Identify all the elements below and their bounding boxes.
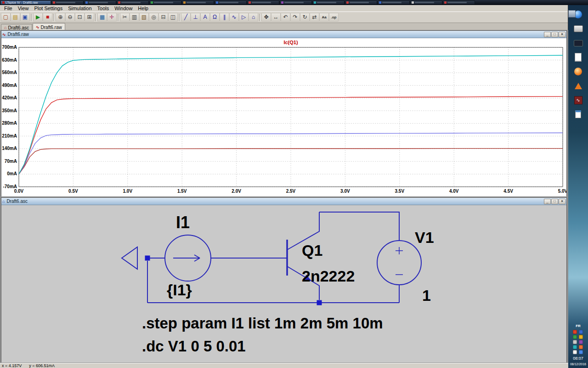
- x-tick-label: 2.0V: [232, 189, 241, 194]
- menu-help[interactable]: Help: [135, 6, 151, 12]
- tray-icon-1[interactable]: [573, 330, 577, 334]
- ground-button[interactable]: ⊥: [191, 13, 200, 22]
- save-button[interactable]: ▣: [20, 13, 30, 22]
- open-file-button[interactable]: ▤: [11, 13, 20, 22]
- zoom-out-button[interactable]: ⊖: [65, 13, 75, 22]
- spice-directive-button[interactable]: .op: [329, 13, 339, 22]
- document-icon-glyph: [575, 53, 582, 62]
- diode-button[interactable]: ▷: [239, 13, 249, 22]
- taskbar-button-active[interactable]: LTspice IV - Draft6.raw: [0, 0, 51, 5]
- menu-plot-settings[interactable]: Plot Settings: [31, 6, 65, 12]
- taskbar-button-11[interactable]: [345, 0, 377, 5]
- tray-icon-10[interactable]: [579, 350, 583, 354]
- net-label-button[interactable]: A: [200, 13, 210, 22]
- clock-date[interactable]: 08/12/2016: [570, 362, 586, 366]
- tray-icon-3[interactable]: [573, 335, 577, 339]
- label-q1-model[interactable]: 2n2222: [302, 267, 355, 285]
- label-i1-name[interactable]: I1: [176, 213, 190, 232]
- rotate-button[interactable]: ↻: [300, 13, 310, 22]
- taskbar-button-10[interactable]: [312, 0, 345, 5]
- wire[interactable]: [319, 212, 399, 241]
- taskbar-button-12[interactable]: [378, 0, 410, 5]
- firefox-icon-glyph: [574, 68, 582, 75]
- close-button[interactable]: ✕: [559, 199, 565, 204]
- taskbar-button-6[interactable]: [182, 0, 214, 5]
- tray-icon-7[interactable]: [573, 345, 577, 349]
- label-v1-value[interactable]: 1: [422, 287, 431, 304]
- drag-button[interactable]: ↔: [271, 13, 281, 22]
- zoom-area-button[interactable]: ⊡: [75, 13, 85, 22]
- notepad-icon[interactable]: [568, 107, 588, 121]
- ltspice-icon[interactable]: [568, 93, 588, 107]
- menu-view[interactable]: View: [15, 6, 32, 12]
- taskbar-button-9[interactable]: [280, 0, 312, 5]
- find-button[interactable]: ◎: [149, 13, 158, 22]
- cut-button[interactable]: ✂: [120, 13, 130, 22]
- spice-directive-dc[interactable]: .dc V1 0 5 0.01: [142, 338, 246, 355]
- tray-icons: [573, 330, 584, 354]
- y-tick-label: 0mA: [7, 171, 17, 176]
- maximize-button[interactable]: □: [551, 32, 558, 37]
- resistor-button[interactable]: Ω: [210, 13, 220, 22]
- paste-button[interactable]: ▧: [139, 13, 149, 22]
- taskbar-button-4[interactable]: [117, 0, 149, 5]
- app-icon[interactable]: [568, 121, 588, 136]
- capacitor-button[interactable]: ∥: [220, 13, 229, 22]
- mark-datapoint-button[interactable]: ✛: [107, 13, 117, 22]
- taskbar-button-5[interactable]: [149, 0, 181, 5]
- menu-simulation[interactable]: Simulation: [65, 6, 94, 12]
- mirror-button[interactable]: ⇄: [310, 13, 319, 22]
- menu-file[interactable]: File: [1, 6, 15, 12]
- trace-I1=5m: [19, 97, 563, 174]
- cassette-icon[interactable]: [568, 36, 588, 50]
- print-preview-button[interactable]: ◫: [168, 13, 178, 22]
- language-indicator[interactable]: FR: [576, 324, 581, 328]
- menu-tools[interactable]: Tools: [95, 6, 112, 12]
- taskbar-button-7[interactable]: [215, 0, 247, 5]
- label-q1-name[interactable]: Q1: [302, 242, 322, 259]
- inductor-button[interactable]: ∿: [229, 13, 239, 22]
- tray-icon-9[interactable]: [573, 350, 577, 354]
- print-button[interactable]: ⊟: [158, 13, 168, 22]
- new-schematic-button[interactable]: ▢: [1, 13, 11, 22]
- wire-button[interactable]: ╱: [181, 13, 191, 22]
- grid-button[interactable]: ▦: [97, 13, 107, 22]
- run-button[interactable]: ▶: [33, 13, 43, 22]
- move-button[interactable]: ✥: [261, 13, 271, 22]
- tray-icon-6[interactable]: [579, 340, 583, 344]
- taskbar-button-8[interactable]: [247, 0, 279, 5]
- tray-icon-4[interactable]: [579, 335, 583, 339]
- zoom-in-button[interactable]: ⊕: [56, 13, 65, 22]
- maximize-button[interactable]: □: [551, 199, 558, 204]
- undo-button[interactable]: ↶: [281, 13, 290, 22]
- close-button[interactable]: ✕: [559, 32, 565, 37]
- minimize-button[interactable]: _: [544, 32, 551, 37]
- matlab-icon[interactable]: [568, 79, 588, 93]
- zoom-full-extents-button[interactable]: ⊞: [85, 13, 94, 22]
- halt-button[interactable]: ■: [43, 13, 52, 22]
- document-icon[interactable]: [568, 50, 588, 64]
- tray-icon-5[interactable]: [573, 340, 577, 344]
- redo-button[interactable]: ↷: [290, 13, 300, 22]
- label-i1-value[interactable]: {I1}: [167, 281, 192, 299]
- waveform-plot-area[interactable]: Ic(Q1) 0.0V0.5V1.0V1.5V2.0V2.5V3.0V3.5V4…: [1, 38, 566, 196]
- printer-icon[interactable]: [568, 22, 588, 36]
- taskbar-button-2[interactable]: [51, 0, 84, 5]
- spice-directive-step[interactable]: .step param I1 list 1m 2m 5m 10m: [142, 315, 383, 332]
- component-button[interactable]: ⌂: [249, 13, 258, 22]
- taskbar-button-13[interactable]: [410, 0, 442, 5]
- firefox-icon[interactable]: [568, 64, 588, 79]
- tray-icon-8[interactable]: [579, 345, 583, 349]
- text-button[interactable]: Aa: [319, 13, 329, 22]
- menu-window[interactable]: Window: [112, 6, 135, 12]
- clock[interactable]: 08:07: [573, 356, 583, 361]
- taskbar-button-3[interactable]: [84, 0, 116, 5]
- copy-button[interactable]: ▥: [130, 13, 139, 22]
- tray-icon-2[interactable]: [579, 330, 583, 334]
- y-tick-label: 140mA: [2, 146, 17, 151]
- minimize-button[interactable]: _: [544, 199, 551, 204]
- label-v1-name[interactable]: V1: [415, 229, 434, 246]
- schematic-canvas[interactable]: I1 {I1} Q1 2n2222 V1 1 .step param I1 li…: [1, 205, 566, 362]
- taskbar-button-14[interactable]: [443, 0, 475, 5]
- ground-symbol[interactable]: [122, 247, 137, 269]
